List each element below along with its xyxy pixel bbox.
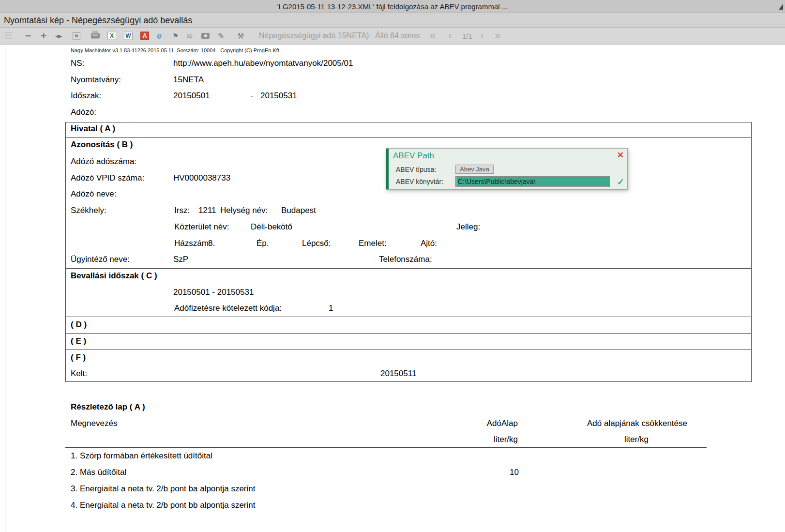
export-excel-icon[interactable]: X	[107, 32, 116, 40]
print-preview-page: Nagy Machinátor v3.1.83.41226 2015.05.11…	[0, 45, 785, 532]
clerk-row: Ügyintéző neve: SzP Telefonszáma:	[0, 251, 785, 268]
ns-label: NS:	[71, 55, 84, 72]
section-e-row: ( E )	[0, 333, 785, 350]
abev-type-value[interactable]: Abev Java	[455, 165, 494, 174]
detail-reduction-unit: liter/kg	[587, 431, 686, 448]
clerk-label: Ügyintéző neve:	[71, 251, 130, 268]
close-icon[interactable]: ✕	[617, 150, 624, 160]
section-f-row: ( F )	[0, 350, 785, 366]
window-title: 'LG2015-05-11 13-12-23.XML' fájl feldolg…	[277, 2, 508, 11]
ns-value: http://www.apeh.hu/abev/nyomtatvanyok/20…	[173, 55, 353, 72]
date-value: 20150511	[380, 365, 416, 382]
detail-row: 3. Energiaital a neta tv. 2/b pont ba al…	[0, 481, 785, 497]
period-to: 20150531	[260, 88, 297, 104]
detail-units-row: liter/kg liter/kg	[0, 431, 785, 448]
detail-row: 4. Energiaital a neta tv. 2/b pont bb al…	[0, 497, 785, 514]
period-label: Időszak:	[71, 88, 101, 104]
page-indicator: 1/1	[462, 32, 472, 40]
zip-label: Irsz:	[174, 202, 190, 219]
name-label: Adózó neve:	[71, 186, 117, 202]
floor-label: Emelet:	[359, 235, 387, 252]
zoom-out-icon[interactable]: −	[25, 30, 31, 42]
form-label: Nyomtatvány:	[71, 72, 121, 88]
detail-row: 1. Szörp formában értékesített üdítőital	[0, 448, 785, 464]
taxpayer-label: Adózó:	[71, 104, 96, 121]
detail-header-row: Megnevezés AdóAlap Adó alapjának csökken…	[0, 415, 785, 432]
stair-label: Lépcső:	[302, 235, 331, 252]
abev-path-dialog: ABEV Path ✕ ABEV típusa: Abev Java ABEV …	[386, 148, 628, 190]
clerk-value: SzP	[173, 251, 188, 268]
abev-dir-input[interactable]: C:\Users\Public\abevjava\	[455, 176, 610, 187]
zoom-in-icon[interactable]: +	[41, 30, 46, 42]
export-word-icon[interactable]: W	[124, 32, 133, 40]
first-page-icon[interactable]: «	[430, 30, 436, 42]
section-c-row: Bevallási időszak ( C )	[0, 268, 785, 284]
section-d-title: ( D )	[71, 317, 87, 333]
date-row: Kelt: 20150511	[0, 365, 785, 382]
obligor-value: 1	[329, 300, 333, 317]
abev-type-label: ABEV típusa:	[396, 166, 436, 173]
menu-icon[interactable]: ☰	[4, 30, 13, 42]
taxpayer-row: Adózó:	[0, 104, 785, 121]
seat-row: Székhely: Irsz: 1211 Helység név: Budape…	[0, 202, 785, 219]
prev-page-icon[interactable]: ‹	[448, 30, 452, 42]
zip-value: 1211	[198, 202, 216, 219]
preview-toolbar: ☰ − + ◀▶ X W A e ⚑ ✉ ✎ ⚒ Népegészségügyi…	[0, 28, 785, 45]
dialog-title: ABEV Path	[393, 151, 434, 161]
snapshot-icon[interactable]	[201, 33, 210, 39]
export-pdf-icon[interactable]: A	[140, 32, 149, 40]
obligor-label: Adófizetésre kötelezett kódja:	[174, 300, 282, 317]
detail-col-reduction: Adó alapjának csökkentése	[587, 415, 687, 432]
window-corner-icon	[779, 4, 783, 10]
vpid-value: HV0000038733	[173, 170, 230, 186]
confirm-check-icon[interactable]: ✓	[617, 177, 624, 187]
detail-col-name: Megnevezés	[71, 415, 117, 432]
phone-label: Telefonszáma:	[379, 251, 432, 268]
house-value: 8.	[208, 235, 215, 252]
next-page-icon[interactable]: ›	[480, 30, 483, 42]
fit-width-icon[interactable]: ◀▶	[55, 33, 61, 39]
print-icon[interactable]	[91, 33, 100, 39]
period-row: Időszak: 20150501 - 20150531	[0, 88, 785, 104]
period-c-row: 20150501 - 20150531	[0, 284, 785, 301]
detail-row-name: 2. Más üdítőital	[71, 464, 126, 481]
dialog-accent-bar	[386, 149, 389, 189]
detail-row: 2. Más üdítőital 10	[0, 464, 785, 481]
fit-page-icon[interactable]	[73, 32, 80, 40]
export-html-icon[interactable]: e	[157, 31, 162, 41]
detail-col-base: AdóAlap	[484, 415, 518, 432]
toolbar-layout-name: Álló 64 soros	[375, 31, 420, 40]
period-c-value: 20150501 - 20150531	[173, 284, 254, 301]
section-b-title: Azonosítás ( B )	[71, 137, 133, 153]
street-label: Közterület név:	[174, 219, 229, 235]
abev-dir-value: C:\Users\Public\abevjava\	[456, 177, 609, 186]
house-row: Házszám: 8. Ép. Lépcső: Emelet: Ajtó:	[0, 235, 785, 252]
street-type-label: Jelleg:	[456, 219, 480, 235]
flag-icon[interactable]: ⚑	[172, 32, 179, 40]
section-e-title: ( E )	[71, 333, 86, 350]
detail-title-row: Részletező lap ( A )	[0, 399, 785, 415]
detail-base-unit: liter/kg	[484, 431, 518, 448]
window-title-bar: 'LG2015-05-11 13-12-23.XML' fájl feldolg…	[0, 0, 785, 13]
obligor-row: Adófizetésre kötelezett kódja: 1	[0, 300, 785, 317]
detail-row-name: 1. Szörp formában értékesített üdítőital	[71, 448, 212, 464]
date-label: Kelt:	[71, 365, 87, 382]
city-value: Budapest	[281, 202, 316, 219]
edit-icon[interactable]: ✎	[218, 31, 224, 41]
copyright-line: Nagy Machinátor v3.1.83.41226 2015.05.11…	[71, 47, 281, 54]
detail-row-base: 10	[479, 464, 519, 481]
section-a-title: Hivatal ( A )	[71, 121, 115, 137]
section-f-title: ( F )	[71, 350, 86, 366]
period-from: 20150501	[173, 88, 210, 104]
last-page-icon[interactable]: »	[495, 30, 500, 42]
section-d-row: ( D )	[0, 317, 785, 333]
mail-icon[interactable]: ✉	[187, 32, 193, 40]
building-label: Ép.	[257, 235, 269, 252]
detail-title: Részletező lap ( A )	[71, 399, 145, 415]
street-value: Déli-bekötő	[251, 219, 292, 235]
city-label: Helység név:	[220, 202, 268, 219]
ns-row: NS: http://www.apeh.hu/abev/nyomtatvanyo…	[0, 55, 785, 72]
house-label: Házszám:	[174, 235, 211, 252]
tax-number-label: Adózó adószáma:	[71, 153, 136, 170]
tools-icon[interactable]: ⚒	[237, 31, 244, 41]
